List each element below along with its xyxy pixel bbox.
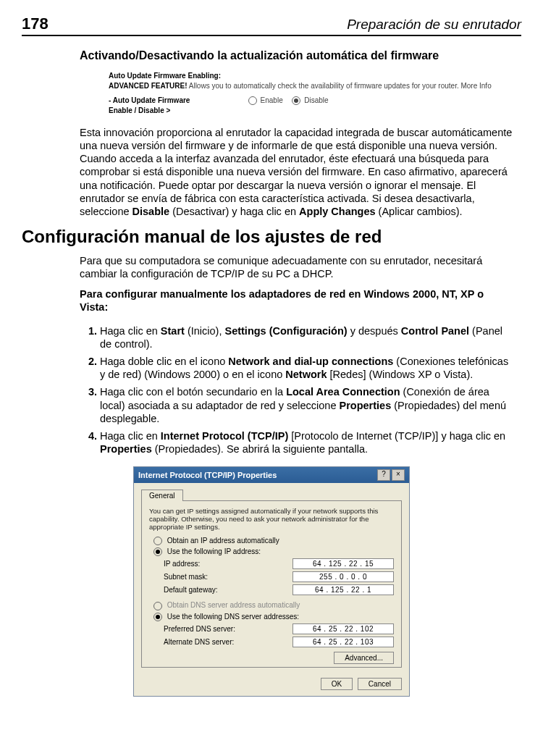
step-4: Haga clic en Internet Protocol (TCP/IP) … <box>100 429 514 455</box>
step1-b3: Control Panel <box>401 325 469 337</box>
ok-button[interactable]: OK <box>321 678 353 690</box>
pref-dns-row: Preferred DNS server: 64 . 25 . 22 . 102 <box>164 623 394 634</box>
step2-b1: Network and dial-up connections <box>228 356 393 367</box>
s1-b2: Apply Changes <box>299 206 376 217</box>
opt-use-dns-row: Use the following DNS server addresses: <box>153 613 394 621</box>
ip-row: IP address: 64 . 125 . 22 . 15 <box>164 558 394 569</box>
gateway-input[interactable]: 64 . 125 . 22 . 1 <box>292 584 394 595</box>
ip-input[interactable]: 64 . 125 . 22 . 15 <box>292 558 394 569</box>
step-1: Haga clic en Start (Inicio), Settings (C… <box>100 324 514 350</box>
step2-pre: Haga doble clic en el icono <box>100 356 228 367</box>
auto-dns-radio[interactable] <box>153 602 162 610</box>
use-dns-label: Use the following DNS server addresses: <box>167 613 299 621</box>
pref-dns-label: Preferred DNS server: <box>164 625 235 633</box>
fw-toggle-label: - Auto Update Firmware Enable / Disable … <box>109 96 239 116</box>
help-icon[interactable]: ? <box>377 469 390 481</box>
close-icon[interactable]: × <box>392 469 405 481</box>
page-header: 178 Preparación de su enrutador <box>22 14 521 36</box>
fw-line2-rest: Allows you to automatically check the av… <box>188 82 492 90</box>
gateway-row: Default gateway: 64 . 125 . 22 . 1 <box>164 584 394 595</box>
step1-b1: Start <box>161 325 185 337</box>
step-2: Haga doble clic en el icono Network and … <box>100 355 514 381</box>
step4-m2: (Propiedades). Se abrirá la siguiente pa… <box>152 443 368 455</box>
step4-pre: Haga clic en <box>100 430 161 442</box>
steps-intro: Para configurar manualmente los adaptado… <box>80 287 514 314</box>
ip-label: IP address: <box>164 560 200 568</box>
alt-dns-label: Alternate DNS server: <box>164 638 234 646</box>
fw-toggle-l2: Enable / Disable > <box>109 106 170 114</box>
s1-p1: Esta innovación proporciona al enrutador… <box>80 127 512 217</box>
header-title: Preparación de su enrutador <box>347 17 521 33</box>
opt-auto-ip-row: Obtain an IP address automatically <box>153 537 394 545</box>
disable-label: Disable <box>304 96 328 104</box>
fw-toggle-row: - Auto Update Firmware Enable / Disable … <box>109 96 521 116</box>
disable-radio[interactable] <box>292 96 300 105</box>
enable-label: Enable <box>261 96 283 104</box>
auto-ip-radio[interactable] <box>153 537 162 545</box>
step4-b2: Properties <box>100 443 152 455</box>
step2-b2: Network <box>285 369 327 380</box>
pref-dns-input[interactable]: 64 . 25 . 22 . 102 <box>292 623 394 634</box>
tab-general[interactable]: General <box>141 490 183 501</box>
dialog-desc: You can get IP settings assigned automat… <box>149 507 394 531</box>
dialog-footer: OK Cancel <box>134 673 409 696</box>
step4-b1: Internet Protocol (TCP/IP) <box>161 430 288 442</box>
auto-dns-label: Obtain DNS server address automatically <box>167 601 300 609</box>
heading2: Configuración manual de los ajustes de r… <box>22 227 521 247</box>
auto-ip-label: Obtain an IP address automatically <box>167 537 279 545</box>
alt-dns-row: Alternate DNS server: 64 . 25 . 22 . 103 <box>164 637 394 647</box>
dialog-title: Internet Protocol (TCP/IP) Properties <box>138 471 277 479</box>
gateway-label: Default gateway: <box>164 586 218 594</box>
step4-m1: [Protocolo de Internet (TCP/IP)] y haga … <box>288 430 505 442</box>
step2-m2: [Redes] (Windows XP o Vista). <box>327 369 473 380</box>
steps-list: Haga clic en Start (Inicio), Settings (C… <box>80 324 514 455</box>
section1-title: Activando/Desactivando la actualización … <box>80 49 521 62</box>
section1-para: Esta innovación proporciona al enrutador… <box>80 126 514 218</box>
s1-b1: Disable <box>132 206 170 217</box>
step-3: Haga clic con el botón secundario en la … <box>100 385 514 424</box>
s1-m1: (Desactivar) y haga clic en <box>169 206 299 217</box>
use-dns-radio[interactable] <box>153 613 162 621</box>
alt-dns-input[interactable]: 64 . 25 . 22 . 103 <box>292 637 394 647</box>
use-ip-radio[interactable] <box>153 547 162 556</box>
firmware-screenshot: Auto Update Firmware Enabling: ADVANCED … <box>109 71 521 116</box>
tab-panel: You can get IP settings assigned automat… <box>141 500 402 668</box>
page-number: 178 <box>22 14 49 33</box>
step1-b2: Settings (Configuración) <box>224 325 347 337</box>
step1-m1: (Inicio), <box>185 325 225 337</box>
fw-line2-bold: ADVANCED FEATURE! <box>109 82 188 90</box>
subnet-input[interactable]: 255 . 0 . 0 . 0 <box>292 571 394 582</box>
step3-b2: Properties <box>339 400 391 411</box>
step3-pre: Haga clic con el botón secundario en la <box>100 386 286 398</box>
para2: Para que su computadora se comunique ade… <box>80 254 514 280</box>
advanced-button[interactable]: Advanced... <box>334 652 394 664</box>
step3-b1: Local Area Connection <box>286 386 400 398</box>
fw-toggle-l1: - Auto Update Firmware <box>109 96 190 104</box>
opt-use-ip-row: Use the following IP address: <box>153 547 394 556</box>
tcpip-dialog: Internet Protocol (TCP/IP) Properties ? … <box>133 466 410 697</box>
fw-line1: Auto Update Firmware Enabling: <box>109 71 521 81</box>
enable-radio[interactable] <box>248 96 257 105</box>
dialog-titlebar: Internet Protocol (TCP/IP) Properties ? … <box>134 467 409 483</box>
step1-m2: y después <box>348 325 401 337</box>
step1-pre: Haga clic en <box>100 325 161 337</box>
subnet-label: Subnet mask: <box>164 573 208 581</box>
opt-auto-dns-row: Obtain DNS server address automatically <box>153 601 394 610</box>
use-ip-label: Use the following IP address: <box>167 547 261 555</box>
s1-end: (Aplicar cambios). <box>376 206 463 217</box>
cancel-button[interactable]: Cancel <box>358 678 402 690</box>
subnet-row: Subnet mask: 255 . 0 . 0 . 0 <box>164 571 394 582</box>
fw-line2: ADVANCED FEATURE! Allows you to automati… <box>109 81 521 91</box>
